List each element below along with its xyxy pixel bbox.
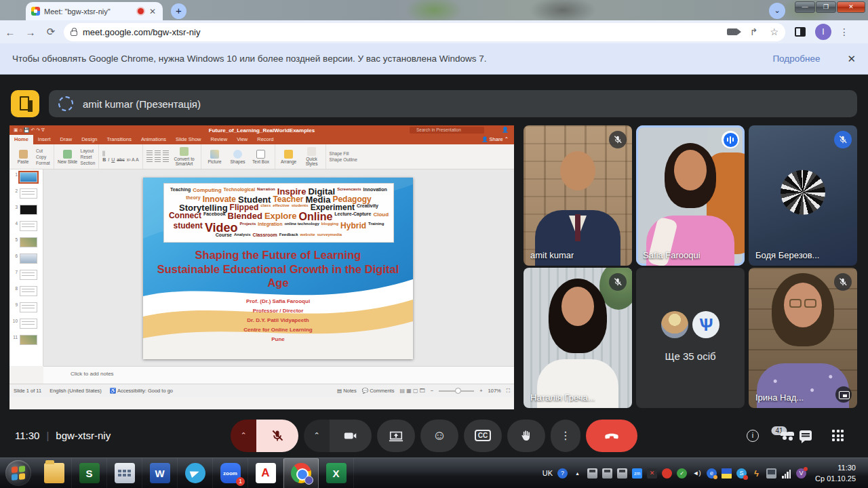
ppt-view-buttons[interactable]: ▤ ▦ ▢ 🗔: [399, 388, 425, 394]
bookmark-star-icon[interactable]: ☆: [770, 26, 778, 37]
taskbar-app-windows-explorer[interactable]: [37, 458, 72, 488]
lightning-icon[interactable]: ϟ: [751, 468, 762, 479]
slide-thumbnail-11[interactable]: 11: [12, 335, 43, 345]
browser-menu-icon[interactable]: ⋮: [840, 26, 849, 37]
chat-panel-icon[interactable]: [800, 430, 812, 441]
more-options-button[interactable]: ⋮: [551, 420, 580, 452]
ppt-zoom-level[interactable]: 107%: [488, 388, 501, 394]
side-panel-icon[interactable]: [795, 27, 806, 37]
meeting-details-icon[interactable]: i: [747, 430, 759, 442]
ppt-zoom-out-button[interactable]: −: [431, 388, 433, 394]
ppt-tab-design[interactable]: Design: [77, 135, 102, 144]
zoom-tray-icon[interactable]: zm: [632, 468, 642, 479]
slide-thumbnail-6[interactable]: 6: [12, 253, 43, 264]
taskbar-app-calculator[interactable]: [107, 458, 142, 488]
ppt-tab-draw[interactable]: Draw: [56, 135, 77, 144]
browser-e-icon[interactable]: e: [707, 468, 717, 479]
participant-tile-safia-farooqui[interactable]: Safia Farooqui: [636, 125, 745, 266]
present-button[interactable]: [377, 420, 415, 452]
participant-tile-bodya[interactable]: Бодя Березов...: [749, 125, 857, 266]
ppt-shapes-button[interactable]: Shapes: [228, 150, 248, 164]
signal-icon[interactable]: [781, 468, 791, 479]
slide-thumbnail-2[interactable]: 2: [12, 188, 43, 199]
more-participants-tile[interactable]: Ѱ Ще 35 осіб: [636, 268, 745, 408]
ppt-comments-toggle[interactable]: 💬 Comments: [362, 388, 395, 394]
end-call-button[interactable]: [586, 420, 637, 452]
mic-mute-button[interactable]: [256, 420, 298, 452]
profile-avatar[interactable]: I: [815, 24, 831, 40]
printer-icon[interactable]: [617, 468, 627, 479]
taskbar-app-word[interactable]: W: [142, 458, 178, 488]
ppt-section-button[interactable]: Section: [81, 161, 96, 165]
ppt-tab-transitions[interactable]: Transitions: [102, 135, 136, 144]
participant-tile-amit-kumar[interactable]: amit kumar: [524, 125, 632, 266]
ppt-tab-record[interactable]: Record: [252, 135, 278, 144]
infobar-details-link[interactable]: Подробнее: [772, 54, 820, 64]
ppt-language[interactable]: English (United States): [50, 388, 102, 394]
ppt-tab-animations[interactable]: Animations: [136, 135, 171, 144]
tab-close-icon[interactable]: ✕: [148, 7, 157, 16]
viber-icon[interactable]: V: [796, 468, 806, 479]
ppt-format-painter-button[interactable]: Format: [36, 161, 50, 165]
slide-thumbnail-7[interactable]: 7: [12, 270, 43, 280]
slide-thumbnail-10[interactable]: 10: [12, 319, 43, 329]
ppt-font-format-buttons[interactable]: BIUabc x² A A: [102, 157, 138, 162]
tab-search-chevron-icon[interactable]: ⌄: [769, 3, 785, 19]
ppt-quick-styles-button[interactable]: Quick Styles: [302, 147, 322, 166]
ppt-tab-review[interactable]: Review: [206, 135, 233, 144]
ppt-tab-home[interactable]: Home: [9, 135, 33, 144]
ppt-reset-button[interactable]: Reset: [81, 155, 96, 159]
window-minimize-button[interactable]: —: [795, 1, 815, 13]
back-button[interactable]: ←: [0, 26, 20, 38]
skype-icon[interactable]: S: [736, 468, 747, 479]
new-tab-button[interactable]: +: [171, 3, 186, 19]
ppt-convert-smartart-button[interactable]: Convert to SmartArt: [172, 147, 197, 166]
reload-button[interactable]: ⟳: [41, 26, 61, 38]
camera-button[interactable]: [330, 420, 372, 452]
raise-hand-button[interactable]: [507, 420, 545, 452]
forward-button[interactable]: →: [20, 26, 41, 38]
ppt-tab-insert[interactable]: Insert: [33, 135, 56, 144]
taskbar-app-chrome[interactable]: [283, 458, 319, 488]
ppt-shape-outline-button[interactable]: Shape Outline: [330, 157, 357, 162]
ppt-zoom-slider[interactable]: [439, 390, 474, 392]
ppt-notes-pane[interactable]: Click to add notes: [43, 366, 514, 384]
camera-options-chevron[interactable]: ⌃: [304, 420, 330, 452]
ppt-slide-thumbnail-panel[interactable]: 1234567891011: [9, 169, 43, 366]
fax-icon[interactable]: [587, 468, 597, 479]
start-button[interactable]: [5, 460, 31, 486]
browser-tab[interactable]: Meet: "bgw-xtsr-niy" ✕: [26, 2, 163, 20]
slide-thumbnail-5[interactable]: 5: [12, 237, 43, 247]
taskbar-app-zoom[interactable]: zoom1: [213, 458, 248, 488]
ppt-tab-slide-show[interactable]: Slide Show: [171, 135, 206, 144]
updater-icon[interactable]: [662, 468, 672, 479]
participant-tile-natalia[interactable]: Наталія Греча...: [524, 268, 632, 408]
slide-thumbnail-9[interactable]: 9: [12, 302, 43, 312]
taskbar-app-telegram[interactable]: [178, 458, 213, 488]
taskbar-clock[interactable]: 11:30 Ср 01.10.25: [815, 462, 856, 485]
picture-in-picture-icon[interactable]: [835, 386, 852, 403]
taskbar-app-excel[interactable]: X: [319, 458, 354, 488]
display-icon[interactable]: [766, 468, 776, 479]
ppt-paste-button[interactable]: Paste: [13, 150, 33, 164]
camera-in-use-icon[interactable]: [727, 28, 738, 35]
taskbar-app-s-utility[interactable]: S: [72, 458, 107, 488]
ppt-picture-button[interactable]: Picture: [205, 150, 225, 164]
slide-thumbnail-8[interactable]: 8: [12, 286, 43, 296]
url-text[interactable]: meet.google.com/bgw-xtsr-niy: [83, 27, 722, 37]
ppt-zoom-in-button[interactable]: +: [479, 388, 482, 394]
reactions-button[interactable]: ☺: [420, 420, 458, 452]
captions-button[interactable]: CC: [464, 420, 502, 452]
window-maximize-button[interactable]: ❐: [816, 1, 836, 13]
ppt-search-box[interactable]: Search in Presentation: [410, 127, 484, 134]
help-icon[interactable]: ?: [557, 468, 568, 479]
ppt-layout-button[interactable]: Layout: [81, 148, 96, 153]
ppt-shape-fill-button[interactable]: Shape Fill: [330, 151, 357, 156]
ppt-font-size-box[interactable]: [104, 150, 105, 157]
share-icon[interactable]: ↱: [750, 26, 758, 37]
ppt-accessibility[interactable]: ♿ Accessibility: Good to go: [110, 388, 173, 394]
ppt-tab-view[interactable]: View: [232, 135, 252, 144]
ppt-new-slide-button[interactable]: New Slide: [58, 150, 78, 164]
ppt-copy-button[interactable]: Copy: [36, 155, 50, 159]
ppt-arrange-button[interactable]: Arrange: [279, 150, 299, 164]
